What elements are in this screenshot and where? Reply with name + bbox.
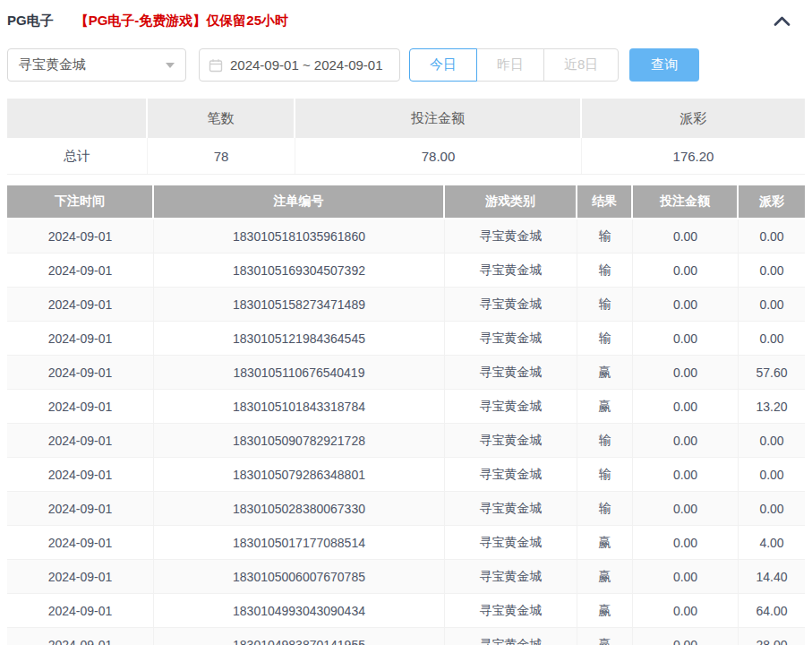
calendar-icon xyxy=(209,58,223,73)
summary-header-count: 笔数 xyxy=(148,99,295,138)
table-cell: 寻宝黄金城 xyxy=(445,560,577,593)
table-cell: 1830105028380067330 xyxy=(154,492,445,525)
table-cell: 寻宝黄金城 xyxy=(445,526,577,559)
table-cell: 0.00 xyxy=(633,390,739,423)
table-cell: 2024-09-01 xyxy=(7,356,154,389)
table-cell: 输 xyxy=(577,288,633,321)
table-cell: 寻宝黄金城 xyxy=(445,254,577,287)
column-header-game-type: 游戏类别 xyxy=(445,185,577,218)
chevron-up-icon[interactable] xyxy=(774,16,791,26)
table-cell: 0.00 xyxy=(633,628,739,645)
top-bar: PG电子 【PG电子-免费游戏】仅保留25小时 xyxy=(0,0,812,30)
column-header-result: 结果 xyxy=(577,185,633,218)
table-cell: 赢 xyxy=(577,526,633,559)
table-cell: 13.20 xyxy=(739,390,805,423)
table-cell: 输 xyxy=(577,424,633,457)
table-cell: 14.40 xyxy=(739,560,805,593)
table-cell: 赢 xyxy=(577,390,633,423)
summary-header-bet-amount: 投注金额 xyxy=(295,99,582,138)
table-cell: 1830105181035961860 xyxy=(154,219,445,253)
table-cell: 2024-09-01 xyxy=(7,254,154,287)
table-cell: 57.60 xyxy=(739,356,805,389)
table-cell: 0.00 xyxy=(739,424,805,457)
table-cell: 2024-09-01 xyxy=(7,322,154,355)
table-cell: 1830105158273471489 xyxy=(154,288,445,321)
pg-bet-records-panel: PG电子 【PG电子-免费游戏】仅保留25小时 寻宝黄金城 2024-09-01… xyxy=(0,0,812,645)
table-cell: 1830104983870141955 xyxy=(154,628,445,645)
today-button[interactable]: 今日 xyxy=(409,48,477,82)
table-cell: 赢 xyxy=(577,560,633,593)
table-header-row: 下注时间 注单编号 游戏类别 结果 投注金额 派彩 xyxy=(7,185,805,218)
table-cell: 0.00 xyxy=(633,458,739,491)
yesterday-button[interactable]: 昨日 xyxy=(476,48,544,82)
table-cell: 寻宝黄金城 xyxy=(445,458,577,491)
table-cell: 0.00 xyxy=(739,219,805,253)
table-row: 2024-09-011830105079286348801寻宝黄金城输0.000… xyxy=(7,458,805,492)
table-cell: 1830104993043090434 xyxy=(154,594,445,627)
summary-total-count: 78 xyxy=(148,138,295,174)
game-select-value: 寻宝黄金城 xyxy=(19,56,86,73)
table-cell: 输 xyxy=(577,458,633,491)
column-header-bet-id: 注单编号 xyxy=(154,185,445,218)
table-cell: 赢 xyxy=(577,594,633,627)
table-cell: 输 xyxy=(577,219,633,253)
table-cell: 2024-09-01 xyxy=(7,628,154,645)
table-cell: 2024-09-01 xyxy=(7,526,154,559)
bet-records-table: 下注时间 注单编号 游戏类别 结果 投注金额 派彩 2024-09-011830… xyxy=(7,185,805,645)
notice-text: 【PG电子-免费游戏】仅保留25小时 xyxy=(75,13,288,30)
date-range-value: 2024-09-01 ~ 2024-09-01 xyxy=(230,57,383,73)
game-select[interactable]: 寻宝黄金城 xyxy=(7,48,186,82)
table-cell: 2024-09-01 xyxy=(7,492,154,525)
summary-table: 笔数 投注金额 派彩 总计 78 78.00 176.20 xyxy=(7,99,805,175)
table-cell: 寻宝黄金城 xyxy=(445,628,577,645)
table-row: 2024-09-011830105028380067330寻宝黄金城输0.000… xyxy=(7,492,805,526)
filter-row: 寻宝黄金城 2024-09-01 ~ 2024-09-01 今日 昨日 近8日 … xyxy=(7,48,805,82)
summary-header-payout: 派彩 xyxy=(582,99,805,138)
table-row: 2024-09-011830105101843318784寻宝黄金城赢0.001… xyxy=(7,390,805,424)
table-cell: 28.00 xyxy=(739,628,805,645)
table-cell: 0.00 xyxy=(739,458,805,491)
caret-down-icon xyxy=(166,63,175,68)
summary-header-row: 笔数 投注金额 派彩 xyxy=(7,99,805,138)
quick-range-group: 今日 昨日 近8日 xyxy=(409,48,619,82)
table-cell: 2024-09-01 xyxy=(7,424,154,457)
table-cell: 0.00 xyxy=(633,594,739,627)
table-row: 2024-09-011830104993043090434寻宝黄金城赢0.006… xyxy=(7,594,805,628)
table-cell: 0.00 xyxy=(633,219,739,253)
table-cell: 1830105110676540419 xyxy=(154,356,445,389)
table-cell: 寻宝黄金城 xyxy=(445,390,577,423)
table-cell: 寻宝黄金城 xyxy=(445,594,577,627)
table-row: 2024-09-011830105121984364545寻宝黄金城输0.000… xyxy=(7,322,805,356)
table-cell: 1830105121984364545 xyxy=(154,322,445,355)
table-cell: 寻宝黄金城 xyxy=(445,288,577,321)
summary-total-bet-amount: 78.00 xyxy=(295,138,582,174)
table-cell: 2024-09-01 xyxy=(7,594,154,627)
table-cell: 0.00 xyxy=(633,254,739,287)
table-cell: 0.00 xyxy=(739,492,805,525)
table-row: 2024-09-011830105017177088514寻宝黄金城赢0.004… xyxy=(7,526,805,560)
table-row: 2024-09-011830105158273471489寻宝黄金城输0.000… xyxy=(7,288,805,322)
table-cell: 64.00 xyxy=(739,594,805,627)
table-cell: 0.00 xyxy=(633,492,739,525)
table-row: 2024-09-011830105169304507392寻宝黄金城输0.000… xyxy=(7,254,805,288)
query-button[interactable]: 查询 xyxy=(629,48,699,82)
table-cell: 1830105169304507392 xyxy=(154,254,445,287)
summary-total-payout: 176.20 xyxy=(582,138,805,174)
table-cell: 赢 xyxy=(577,356,633,389)
table-cell: 0.00 xyxy=(633,526,739,559)
table-cell: 寻宝黄金城 xyxy=(445,424,577,457)
date-range-input[interactable]: 2024-09-01 ~ 2024-09-01 xyxy=(199,48,400,82)
table-cell: 0.00 xyxy=(633,560,739,593)
last-8-days-button[interactable]: 近8日 xyxy=(543,48,619,82)
table-row: 2024-09-011830105110676540419寻宝黄金城赢0.005… xyxy=(7,356,805,390)
column-header-bet-amount: 投注金额 xyxy=(633,185,739,218)
table-cell: 输 xyxy=(577,254,633,287)
table-cell: 2024-09-01 xyxy=(7,560,154,593)
table-row: 2024-09-011830105090782921728寻宝黄金城输0.000… xyxy=(7,424,805,458)
summary-header-empty xyxy=(7,99,148,138)
table-cell: 0.00 xyxy=(633,424,739,457)
table-cell: 1830105006007670785 xyxy=(154,560,445,593)
table-row: 2024-09-011830104983870141955寻宝黄金城赢0.002… xyxy=(7,628,805,645)
summary-total-label: 总计 xyxy=(7,138,148,174)
table-cell: 输 xyxy=(577,322,633,355)
